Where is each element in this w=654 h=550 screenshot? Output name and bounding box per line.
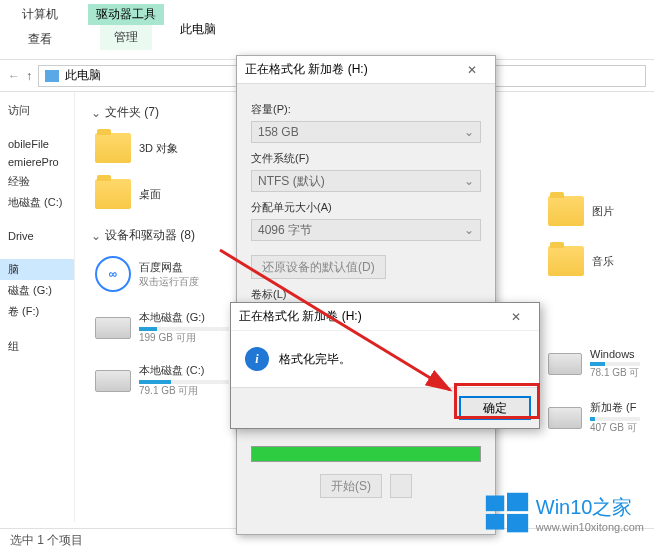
nav-up-icon[interactable]: ↑ <box>26 69 32 83</box>
format-dialog-body: 容量(P): 158 GB ⌄ 文件系统(F) NTFS (默认) ⌄ 分配单元… <box>237 84 495 508</box>
drive-sublabel: 双击运行百度 <box>139 275 199 289</box>
chevron-down-icon: ⌄ <box>91 106 101 120</box>
close-icon[interactable]: ✕ <box>501 310 531 324</box>
drive-item[interactable]: 新加卷 (F 407 GB 可 <box>544 396 644 439</box>
drive-label: Windows <box>590 348 640 360</box>
sidebar-item[interactable]: obileFile <box>0 135 74 153</box>
format-dialog-titlebar: 正在格式化 新加卷 (H:) ✕ <box>237 56 495 84</box>
folder-icon <box>548 246 584 276</box>
drive-label: 百度网盘 <box>139 260 199 275</box>
folder-icon <box>95 133 131 163</box>
filesystem-value: NTFS (默认) <box>258 173 325 190</box>
drive-icon <box>548 407 582 429</box>
drive-icon <box>95 370 131 392</box>
ribbon-tabs-left: 计算机 查看 <box>0 0 80 59</box>
format-dialog: 正在格式化 新加卷 (H:) ✕ 容量(P): 158 GB ⌄ 文件系统(F)… <box>236 55 496 535</box>
folder-label: 桌面 <box>139 187 161 202</box>
watermark-brand: Win10之家 <box>536 494 644 521</box>
svg-rect-4 <box>507 514 528 532</box>
drive-icon <box>95 317 131 339</box>
filesystem-label: 文件系统(F) <box>251 151 481 166</box>
capacity-value: 158 GB <box>258 125 299 139</box>
capacity-select[interactable]: 158 GB ⌄ <box>251 121 481 143</box>
pc-icon <box>45 70 59 82</box>
devices-header-label: 设备和驱动器 (8) <box>105 227 195 244</box>
format-dialog-actions: 开始(S) <box>251 474 481 498</box>
info-icon: i <box>245 347 269 371</box>
svg-rect-1 <box>486 496 504 512</box>
allocation-label: 分配单元大小(A) <box>251 200 481 215</box>
message-box-actions: 确定 <box>231 387 539 428</box>
baidu-icon: ∞ <box>95 256 131 292</box>
svg-rect-2 <box>507 493 528 511</box>
message-text: 格式化完毕。 <box>279 351 351 368</box>
format-dialog-title: 正在格式化 新加卷 (H:) <box>245 61 368 78</box>
ribbon: 计算机 查看 驱动器工具 管理 此电脑 <box>0 0 654 60</box>
message-box: 正在格式化 新加卷 (H:) ✕ i 格式化完毕。 确定 <box>230 302 540 429</box>
restore-defaults-button[interactable]: 还原设备的默认值(D) <box>251 255 386 279</box>
tab-computer[interactable]: 计算机 <box>8 2 72 27</box>
watermark: Win10之家 www.win10xitong.com <box>484 490 644 536</box>
watermark-url: www.win10xitong.com <box>536 521 644 533</box>
sidebar-item[interactable]: 经验 <box>0 171 74 192</box>
sidebar-item-selected[interactable]: 脑 <box>0 259 74 280</box>
folder-label: 3D 对象 <box>139 141 178 156</box>
progress-bar <box>251 446 481 462</box>
close-icon[interactable]: ✕ <box>457 63 487 77</box>
folder-item[interactable]: 图片 <box>544 192 634 230</box>
sidebar-item[interactable]: emierePro <box>0 153 74 171</box>
drive-label: 本地磁盘 (C:) <box>139 363 229 378</box>
drive-sublabel: 78.1 GB 可 <box>590 366 640 380</box>
message-box-body: i 格式化完毕。 <box>231 331 539 387</box>
folder-icon <box>548 196 584 226</box>
sidebar-item[interactable]: 组 <box>0 336 74 357</box>
window-title: 此电脑 <box>180 21 216 38</box>
drive-label: 本地磁盘 (G:) <box>139 310 229 325</box>
capacity-label: 容量(P): <box>251 102 481 117</box>
ok-button[interactable]: 确定 <box>459 396 531 420</box>
drive-sublabel: 199 GB 可用 <box>139 331 229 345</box>
drive-sublabel: 407 GB 可 <box>590 421 640 435</box>
folder-item[interactable]: 音乐 <box>544 242 634 280</box>
manage-button[interactable]: 管理 <box>100 25 152 50</box>
drive-sublabel: 79.1 GB 可用 <box>139 384 229 398</box>
chevron-down-icon: ⌄ <box>91 229 101 243</box>
close-button[interactable] <box>390 474 412 498</box>
ribbon-title: 此电脑 <box>172 0 224 59</box>
status-text: 选中 1 个项目 <box>10 533 83 547</box>
right-column: 图片 音乐 Windows 78.1 GB 可 <box>544 192 644 439</box>
breadcrumb[interactable]: 此电脑 <box>65 67 101 84</box>
sidebar-item[interactable]: 磁盘 (G:) <box>0 280 74 301</box>
svg-rect-3 <box>486 514 504 530</box>
windows-logo-icon <box>484 490 530 536</box>
tab-view[interactable]: 查看 <box>14 27 66 52</box>
sidebar-item[interactable]: 卷 (F:) <box>0 301 74 322</box>
chevron-down-icon: ⌄ <box>464 174 474 188</box>
sidebar-item[interactable]: 访问 <box>0 100 74 121</box>
sidebar-item[interactable]: Drive <box>0 227 74 245</box>
folders-header-label: 文件夹 (7) <box>105 104 159 121</box>
drive-label: 新加卷 (F <box>590 400 640 415</box>
message-box-title: 正在格式化 新加卷 (H:) <box>239 308 362 325</box>
drive-tools-label: 驱动器工具 <box>88 4 164 25</box>
filesystem-select[interactable]: NTFS (默认) ⌄ <box>251 170 481 192</box>
start-button[interactable]: 开始(S) <box>320 474 382 498</box>
folder-icon <box>95 179 131 209</box>
message-box-titlebar: 正在格式化 新加卷 (H:) ✕ <box>231 303 539 331</box>
volume-label: 卷标(L) <box>251 287 481 302</box>
folder-label: 音乐 <box>592 254 614 269</box>
chevron-down-icon: ⌄ <box>464 223 474 237</box>
drive-icon <box>548 353 582 375</box>
ribbon-drive-tools: 驱动器工具 管理 <box>80 0 172 59</box>
drive-item[interactable]: Windows 78.1 GB 可 <box>544 344 644 384</box>
sidebar: 访问 obileFile emierePro 经验 地磁盘 (C:) Drive… <box>0 92 75 522</box>
allocation-select[interactable]: 4096 字节 ⌄ <box>251 219 481 241</box>
nav-back-icon[interactable]: ← <box>8 69 20 83</box>
allocation-value: 4096 字节 <box>258 222 312 239</box>
folder-label: 图片 <box>592 204 614 219</box>
sidebar-item[interactable]: 地磁盘 (C:) <box>0 192 74 213</box>
chevron-down-icon: ⌄ <box>464 125 474 139</box>
